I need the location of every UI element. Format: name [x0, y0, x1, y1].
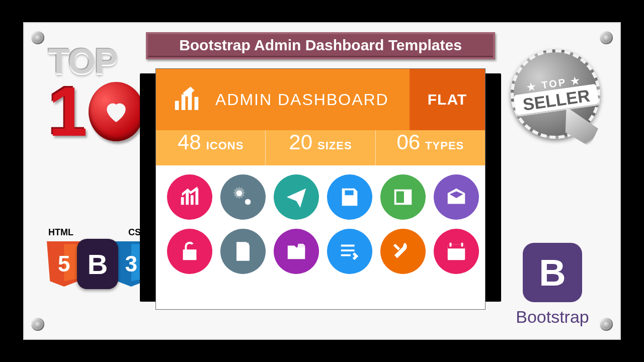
digit-zero-heart	[89, 82, 144, 141]
page-curl-icon	[560, 107, 601, 147]
icon-grid	[156, 165, 485, 279]
stats-row: 48ICONS 20SIZES 06TYPES	[156, 130, 485, 165]
bootstrap-name: Bootstrap	[502, 307, 603, 327]
unlock-icon	[167, 229, 212, 274]
tools-icon	[380, 229, 426, 274]
calendar-icon	[434, 229, 479, 274]
promo-canvas: Bootstrap Admin Dashboard Templates TOP …	[23, 22, 621, 340]
heart-icon	[102, 98, 130, 126]
icon-pack-card: ADMIN DASHBOARD FLAT 48ICONS 20SIZES 06T…	[155, 68, 486, 310]
bootstrap-logo: B Bootstrap	[502, 243, 603, 327]
news-icon	[380, 174, 426, 220]
top-seller-seal: ★ TOP ★ SELLER	[508, 49, 603, 150]
gears-icon	[220, 174, 266, 220]
folder-file-icon	[274, 229, 319, 274]
card-header: ADMIN DASHBOARD FLAT	[156, 69, 485, 130]
stat-types: 06TYPES	[376, 130, 485, 165]
stat-sizes: 20SIZES	[266, 130, 375, 165]
card-title: ADMIN DASHBOARD	[215, 90, 389, 109]
top-10-badge: TOP 1	[48, 41, 144, 157]
html-label: HTML	[48, 227, 73, 238]
page-title: Bootstrap Admin Dashboard Templates	[146, 32, 495, 59]
flat-badge: FLAT	[410, 69, 485, 130]
stat-icons: 48ICONS	[156, 130, 266, 165]
chart-up-icon	[171, 84, 202, 115]
chart-icon	[167, 174, 212, 220]
bolt-icon	[31, 31, 44, 44]
bolt-icon	[600, 31, 613, 44]
title-text: Bootstrap Admin Dashboard Templates	[179, 37, 462, 53]
digit-one: 1	[48, 76, 88, 147]
list-edit-icon	[327, 229, 372, 274]
tech-logos: HTML CSS 5 B 3	[42, 227, 153, 328]
bootstrap-square-icon: B	[523, 243, 582, 302]
bootstrap-b-badge-icon: B	[77, 239, 119, 289]
save-icon	[327, 174, 372, 220]
documents-icon	[220, 229, 266, 274]
envelope-open-icon	[434, 174, 479, 220]
paper-plane-icon	[274, 174, 319, 220]
